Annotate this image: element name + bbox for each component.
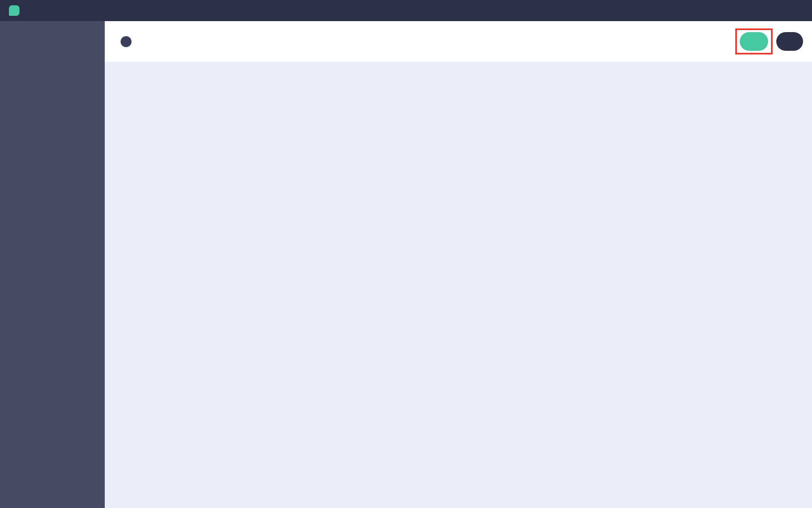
add-new-api-button[interactable] bbox=[740, 32, 768, 51]
pagination-row bbox=[114, 85, 803, 102]
content bbox=[105, 62, 812, 508]
help-icon[interactable] bbox=[121, 36, 132, 47]
header-actions bbox=[740, 32, 803, 51]
title-wrap bbox=[114, 36, 132, 47]
import-api-button[interactable] bbox=[776, 32, 803, 51]
main-area bbox=[105, 21, 812, 508]
topbar bbox=[0, 0, 812, 21]
app-shell bbox=[0, 21, 812, 508]
brand bbox=[9, 5, 28, 16]
add-new-api-wrap bbox=[740, 32, 768, 51]
tyk-logo-icon bbox=[9, 5, 19, 16]
sidebar bbox=[0, 21, 105, 508]
page-container bbox=[0, 0, 812, 508]
page-header bbox=[105, 21, 812, 62]
